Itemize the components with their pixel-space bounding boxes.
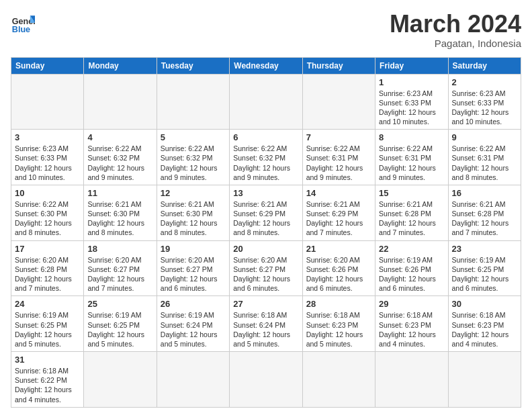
day-number: 15 bbox=[379, 188, 444, 198]
day-info: Sunrise: 6:21 AM Sunset: 6:28 PM Dayligh… bbox=[379, 199, 444, 238]
day-info: Sunrise: 6:22 AM Sunset: 6:30 PM Dayligh… bbox=[15, 199, 80, 238]
calendar-cell: 19Sunrise: 6:20 AM Sunset: 6:27 PM Dayli… bbox=[157, 240, 229, 296]
calendar-cell: 15Sunrise: 6:21 AM Sunset: 6:28 PM Dayli… bbox=[375, 185, 448, 240]
day-number: 18 bbox=[87, 244, 152, 254]
calendar-cell: 25Sunrise: 6:19 AM Sunset: 6:25 PM Dayli… bbox=[84, 296, 157, 352]
day-info: Sunrise: 6:18 AM Sunset: 6:24 PM Dayligh… bbox=[233, 310, 298, 349]
calendar-cell: 30Sunrise: 6:18 AM Sunset: 6:23 PM Dayli… bbox=[448, 296, 521, 352]
day-number: 27 bbox=[233, 299, 298, 309]
day-info: Sunrise: 6:22 AM Sunset: 6:31 PM Dayligh… bbox=[379, 144, 444, 182]
calendar-cell: 16Sunrise: 6:21 AM Sunset: 6:28 PM Dayli… bbox=[448, 185, 521, 240]
day-number: 14 bbox=[306, 188, 371, 198]
header: General Blue March 2024 Pagatan, Indones… bbox=[11, 11, 521, 49]
day-info: Sunrise: 6:22 AM Sunset: 6:32 PM Dayligh… bbox=[87, 144, 152, 182]
calendar-week-row: 31Sunrise: 6:18 AM Sunset: 6:22 PM Dayli… bbox=[11, 352, 521, 408]
weekday-header-tuesday: Tuesday bbox=[157, 57, 229, 74]
day-info: Sunrise: 6:20 AM Sunset: 6:26 PM Dayligh… bbox=[306, 255, 371, 293]
calendar-cell: 10Sunrise: 6:22 AM Sunset: 6:30 PM Dayli… bbox=[11, 185, 84, 240]
day-info: Sunrise: 6:19 AM Sunset: 6:25 PM Dayligh… bbox=[15, 310, 80, 349]
weekday-header-sunday: Sunday bbox=[11, 57, 84, 74]
month-title: March 2024 bbox=[390, 11, 521, 38]
calendar-cell: 17Sunrise: 6:20 AM Sunset: 6:28 PM Dayli… bbox=[11, 240, 84, 296]
calendar-cell: 26Sunrise: 6:19 AM Sunset: 6:24 PM Dayli… bbox=[157, 296, 229, 352]
day-info: Sunrise: 6:23 AM Sunset: 6:33 PM Dayligh… bbox=[452, 89, 517, 127]
day-number: 9 bbox=[452, 132, 517, 142]
weekday-header-friday: Friday bbox=[375, 57, 448, 74]
day-number: 29 bbox=[379, 299, 444, 309]
day-number: 10 bbox=[15, 188, 80, 198]
day-number: 11 bbox=[87, 188, 152, 198]
calendar-cell: 18Sunrise: 6:20 AM Sunset: 6:27 PM Dayli… bbox=[84, 240, 157, 296]
calendar-cell: 3Sunrise: 6:23 AM Sunset: 6:33 PM Daylig… bbox=[11, 130, 84, 185]
weekday-header-saturday: Saturday bbox=[448, 57, 521, 74]
day-info: Sunrise: 6:18 AM Sunset: 6:23 PM Dayligh… bbox=[452, 310, 517, 349]
logo-icon: General Blue bbox=[11, 11, 35, 35]
day-info: Sunrise: 6:20 AM Sunset: 6:27 PM Dayligh… bbox=[233, 255, 298, 293]
day-info: Sunrise: 6:18 AM Sunset: 6:23 PM Dayligh… bbox=[379, 310, 444, 349]
calendar-table: SundayMondayTuesdayWednesdayThursdayFrid… bbox=[11, 57, 521, 408]
day-number: 17 bbox=[15, 244, 80, 254]
day-info: Sunrise: 6:20 AM Sunset: 6:28 PM Dayligh… bbox=[15, 255, 80, 293]
day-info: Sunrise: 6:21 AM Sunset: 6:30 PM Dayligh… bbox=[161, 199, 226, 238]
calendar-cell: 4Sunrise: 6:22 AM Sunset: 6:32 PM Daylig… bbox=[84, 130, 157, 185]
title-section: March 2024 Pagatan, Indonesia bbox=[390, 11, 521, 49]
day-number: 5 bbox=[161, 132, 226, 142]
day-number: 24 bbox=[15, 299, 80, 309]
calendar-week-row: 24Sunrise: 6:19 AM Sunset: 6:25 PM Dayli… bbox=[11, 296, 521, 352]
calendar-cell: 6Sunrise: 6:22 AM Sunset: 6:32 PM Daylig… bbox=[230, 130, 302, 185]
calendar-cell: 8Sunrise: 6:22 AM Sunset: 6:31 PM Daylig… bbox=[375, 130, 448, 185]
day-number: 28 bbox=[306, 299, 371, 309]
calendar-cell: 29Sunrise: 6:18 AM Sunset: 6:23 PM Dayli… bbox=[375, 296, 448, 352]
calendar-cell bbox=[302, 352, 375, 408]
calendar-cell: 23Sunrise: 6:19 AM Sunset: 6:25 PM Dayli… bbox=[448, 240, 521, 296]
calendar-week-row: 17Sunrise: 6:20 AM Sunset: 6:28 PM Dayli… bbox=[11, 240, 521, 296]
calendar-cell: 27Sunrise: 6:18 AM Sunset: 6:24 PM Dayli… bbox=[230, 296, 302, 352]
day-info: Sunrise: 6:21 AM Sunset: 6:29 PM Dayligh… bbox=[306, 199, 371, 238]
day-info: Sunrise: 6:23 AM Sunset: 6:33 PM Dayligh… bbox=[379, 89, 444, 127]
day-info: Sunrise: 6:19 AM Sunset: 6:25 PM Dayligh… bbox=[87, 310, 152, 349]
day-info: Sunrise: 6:18 AM Sunset: 6:22 PM Dayligh… bbox=[15, 366, 80, 404]
day-number: 19 bbox=[161, 244, 226, 254]
day-info: Sunrise: 6:22 AM Sunset: 6:31 PM Dayligh… bbox=[452, 144, 517, 182]
day-number: 2 bbox=[452, 77, 517, 87]
weekday-header-thursday: Thursday bbox=[302, 57, 375, 74]
day-info: Sunrise: 6:22 AM Sunset: 6:32 PM Dayligh… bbox=[161, 144, 226, 182]
calendar-cell bbox=[375, 352, 448, 408]
logo: General Blue bbox=[11, 11, 35, 35]
day-number: 6 bbox=[233, 132, 298, 142]
weekday-header-monday: Monday bbox=[84, 57, 157, 74]
calendar-cell: 12Sunrise: 6:21 AM Sunset: 6:30 PM Dayli… bbox=[157, 185, 229, 240]
day-number: 23 bbox=[452, 244, 517, 254]
day-info: Sunrise: 6:19 AM Sunset: 6:25 PM Dayligh… bbox=[452, 255, 517, 293]
day-number: 3 bbox=[15, 132, 80, 142]
day-info: Sunrise: 6:21 AM Sunset: 6:29 PM Dayligh… bbox=[233, 199, 298, 238]
day-info: Sunrise: 6:18 AM Sunset: 6:23 PM Dayligh… bbox=[306, 310, 371, 349]
day-number: 25 bbox=[87, 299, 152, 309]
calendar-week-row: 3Sunrise: 6:23 AM Sunset: 6:33 PM Daylig… bbox=[11, 130, 521, 185]
day-info: Sunrise: 6:23 AM Sunset: 6:33 PM Dayligh… bbox=[15, 144, 80, 182]
day-number: 26 bbox=[161, 299, 226, 309]
day-number: 20 bbox=[233, 244, 298, 254]
calendar-cell bbox=[230, 352, 302, 408]
calendar-cell: 14Sunrise: 6:21 AM Sunset: 6:29 PM Dayli… bbox=[302, 185, 375, 240]
calendar-week-row: 1Sunrise: 6:23 AM Sunset: 6:33 PM Daylig… bbox=[11, 74, 521, 130]
location-subtitle: Pagatan, Indonesia bbox=[390, 38, 521, 49]
calendar-week-row: 10Sunrise: 6:22 AM Sunset: 6:30 PM Dayli… bbox=[11, 185, 521, 240]
day-info: Sunrise: 6:21 AM Sunset: 6:28 PM Dayligh… bbox=[452, 199, 517, 238]
weekday-header-wednesday: Wednesday bbox=[230, 57, 302, 74]
day-number: 13 bbox=[233, 188, 298, 198]
day-info: Sunrise: 6:20 AM Sunset: 6:27 PM Dayligh… bbox=[87, 255, 152, 293]
calendar-cell bbox=[157, 74, 229, 130]
day-number: 21 bbox=[306, 244, 371, 254]
day-info: Sunrise: 6:19 AM Sunset: 6:24 PM Dayligh… bbox=[161, 310, 226, 349]
day-info: Sunrise: 6:22 AM Sunset: 6:32 PM Dayligh… bbox=[233, 144, 298, 182]
calendar-cell: 28Sunrise: 6:18 AM Sunset: 6:23 PM Dayli… bbox=[302, 296, 375, 352]
day-info: Sunrise: 6:22 AM Sunset: 6:31 PM Dayligh… bbox=[306, 144, 371, 182]
calendar-cell: 11Sunrise: 6:21 AM Sunset: 6:30 PM Dayli… bbox=[84, 185, 157, 240]
calendar-cell bbox=[157, 352, 229, 408]
day-info: Sunrise: 6:21 AM Sunset: 6:30 PM Dayligh… bbox=[87, 199, 152, 238]
day-number: 7 bbox=[306, 132, 371, 142]
calendar-cell bbox=[84, 74, 157, 130]
calendar-cell: 22Sunrise: 6:19 AM Sunset: 6:26 PM Dayli… bbox=[375, 240, 448, 296]
day-number: 22 bbox=[379, 244, 444, 254]
